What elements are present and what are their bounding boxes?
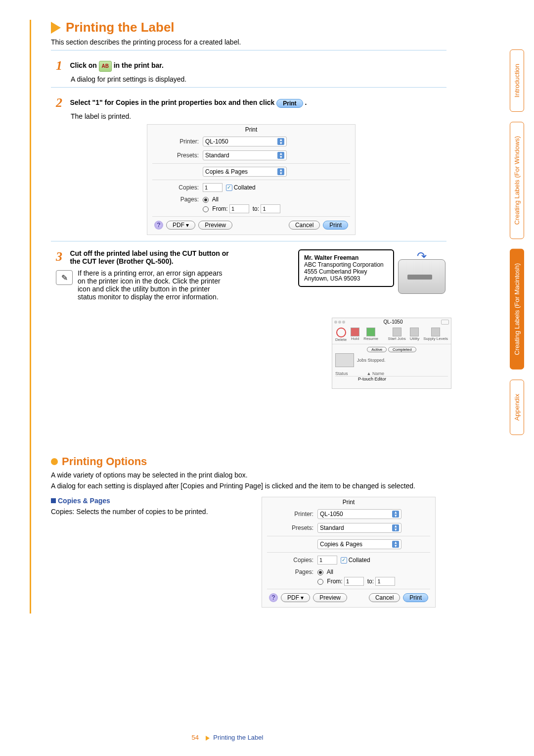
tb-utility-button[interactable]: Utility: [410, 328, 420, 341]
cancel-button-2[interactable]: Cancel: [369, 593, 400, 602]
print-bar-ab-icon[interactable]: AB: [99, 61, 112, 72]
pages-all-label-2: All: [327, 568, 333, 575]
label-line2: 4555 Cumberland Pkwy: [304, 268, 388, 275]
printer-select-value: QL-1050: [205, 138, 228, 145]
pages-label-2: Pages:: [269, 568, 313, 575]
footer-crumb: Printing the Label: [213, 734, 263, 741]
step-number-3: 3: [56, 249, 68, 264]
page-title-text: Printing the Label: [66, 20, 175, 35]
copies-label-2: Copies:: [269, 557, 313, 564]
note-icon: ✎: [56, 270, 73, 285]
divider: [51, 87, 446, 88]
preview-button[interactable]: Preview: [198, 221, 232, 230]
tab-appendix[interactable]: Appendix: [510, 379, 524, 435]
cancel-button[interactable]: Cancel: [289, 221, 320, 230]
step1-head: Click on AB in the print bar.: [70, 61, 163, 69]
tab-introduction[interactable]: Introduction: [510, 49, 524, 112]
from-label-2: From:: [327, 578, 342, 585]
print-dialog-title: Print: [147, 125, 355, 135]
presets-label: Presets:: [154, 152, 199, 159]
tb-hold-button[interactable]: Hold: [351, 328, 359, 341]
printer-status-window: QL-1050 Delete Hold Resume Start Jobs Ut…: [332, 318, 451, 389]
tab-creating-labels-mac[interactable]: Creating Labels (For Macintosh): [510, 249, 524, 370]
from-input[interactable]: 1: [229, 204, 249, 213]
completed-tab[interactable]: Completed: [388, 347, 416, 352]
divider: [51, 50, 446, 50]
to-input[interactable]: 1: [261, 204, 280, 213]
preview-button-2[interactable]: Preview: [313, 593, 347, 602]
help-icon[interactable]: ?: [154, 221, 163, 230]
printing-options-title: Printing Options: [51, 455, 446, 468]
tb-supply-button[interactable]: Supply Levels: [423, 328, 448, 341]
page-number: 54: [192, 734, 199, 741]
step1-head-after: in the print bar.: [114, 61, 164, 69]
collated-label: Collated: [234, 184, 256, 191]
pages-all-label: All: [212, 196, 219, 203]
presets-select-2[interactable]: Standard ▴▾: [317, 523, 401, 533]
side-tabs: Introduction Creating Labels (For Window…: [510, 49, 524, 435]
copies-input-2[interactable]: 1: [317, 556, 337, 565]
printer-illustration: ↷: [394, 249, 448, 299]
help-icon-2[interactable]: ?: [269, 593, 278, 602]
printer-label-2: Printer:: [269, 511, 313, 518]
jobs-stopped-text: Jobs Stopped.: [357, 358, 386, 363]
active-tab[interactable]: Active: [367, 347, 387, 352]
pages-from-radio-2[interactable]: [317, 579, 323, 585]
step2-head-before: Select "1" for Copies in the print prope…: [70, 98, 276, 106]
po-para2: A dialog for each setting is displayed a…: [51, 482, 446, 490]
step-number-2: 2: [56, 95, 68, 110]
po-para1: A wide variety of options may be selecte…: [51, 471, 446, 479]
tab-creating-labels-windows[interactable]: Creating Labels (For Windows): [510, 122, 524, 239]
step-number-1: 1: [56, 58, 68, 73]
step3-head: Cut off the printed label using the CUT …: [70, 249, 233, 265]
page-footer: 54 Printing the Label: [30, 734, 425, 741]
col-status: Status: [335, 371, 348, 376]
page-title: Printing the Label: [51, 20, 446, 35]
step-2: 2 Select "1" for Copies in the print pro…: [56, 95, 446, 235]
traffic-lights-icon: [334, 321, 345, 324]
pages-from-radio[interactable]: [203, 206, 209, 212]
step2-body: The label is printed.: [71, 112, 446, 120]
from-input-2[interactable]: 1: [344, 577, 364, 586]
col-name: ▲ Name: [367, 371, 384, 376]
printer-select[interactable]: QL-1050 ▴▾: [203, 137, 287, 146]
copies-pages-heading: Copies & Pages: [51, 497, 244, 505]
section-select[interactable]: Copies & Pages ▴▾: [203, 167, 287, 177]
pill-icon: [441, 320, 449, 325]
print-button[interactable]: Print: [323, 221, 348, 230]
collated-checkbox[interactable]: ✓: [226, 185, 232, 191]
printer-thumb-icon: [335, 353, 354, 367]
step1-body: A dialog for print settings is displayed…: [71, 75, 446, 83]
tb-resume-button[interactable]: Resume: [363, 328, 378, 341]
pdf-button[interactable]: PDF ▾: [166, 221, 195, 230]
copies-input[interactable]: 1: [203, 183, 222, 192]
step3-note-text: If there is a printing error, an error s…: [78, 269, 226, 301]
label-name: Mr. Walter Freeman: [304, 254, 388, 261]
tb-delete-button[interactable]: Delete: [335, 328, 347, 342]
status-title: QL-1050: [347, 319, 439, 325]
select-arrow-icon: ▴▾: [392, 511, 399, 518]
step2-head-after: .: [305, 98, 307, 106]
printer-select-2[interactable]: QL-1050 ▴▾: [317, 509, 401, 519]
print-dialog-small: Print Printer: QL-1050 ▴▾ Presets: Stand…: [262, 497, 436, 608]
pdf-button-2[interactable]: PDF ▾: [281, 593, 310, 602]
label-preview: Mr. Walter Freeman ABC Transporting Corp…: [298, 249, 394, 287]
inline-print-button[interactable]: Print: [276, 99, 303, 108]
presets-select-value: Standard: [205, 152, 229, 159]
step-3: 3 Cut off the printed label using the CU…: [56, 249, 446, 447]
pages-all-radio[interactable]: [203, 197, 209, 203]
intro-text: This section describes the printing proc…: [51, 38, 446, 46]
section-select-value: Copies & Pages: [205, 168, 248, 175]
collated-checkbox-2[interactable]: ✓: [341, 557, 347, 564]
pages-all-radio-2[interactable]: [317, 569, 323, 575]
to-input-2[interactable]: 1: [375, 577, 395, 586]
print-dialog2-title: Print: [262, 497, 435, 507]
tb-start-jobs-button[interactable]: Start Jobs: [388, 328, 406, 341]
print-dialog: Print Printer: QL-1050 ▴▾ Presets: Stand…: [147, 124, 356, 235]
section-select-2[interactable]: Copies & Pages ▴▾: [317, 539, 401, 549]
print-button-2[interactable]: Print: [403, 593, 428, 602]
presets-select[interactable]: Standard ▴▾: [203, 150, 287, 160]
to-label-2: to:: [367, 578, 374, 585]
copies-desc: Copies: Selects the number of copies to …: [51, 508, 244, 516]
select-arrow-icon: ▴▾: [277, 138, 284, 145]
